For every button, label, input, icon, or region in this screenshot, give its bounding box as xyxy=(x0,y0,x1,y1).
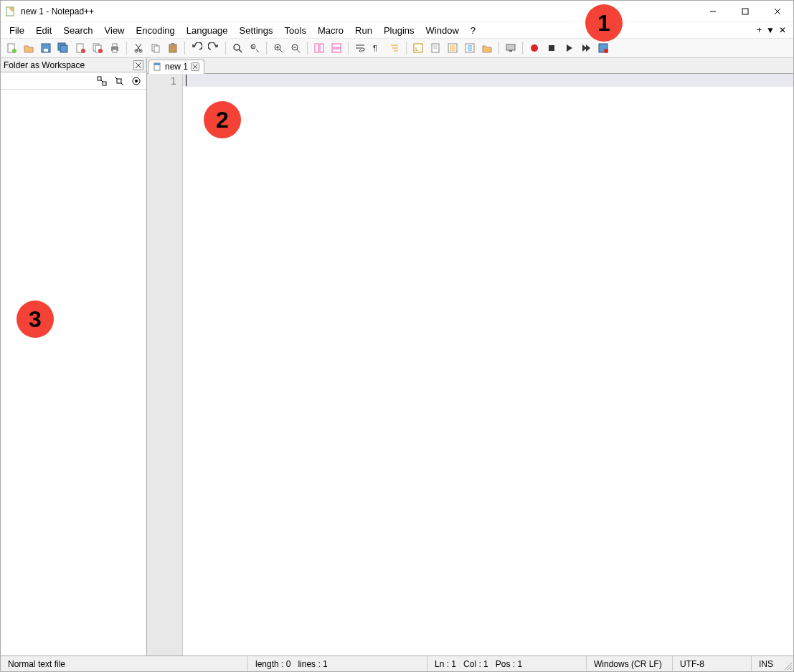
save-macro-button[interactable] xyxy=(595,40,611,56)
tab-new-1[interactable]: new 1 xyxy=(148,60,204,74)
svg-rect-38 xyxy=(332,44,341,47)
lang-udl-button[interactable]: L xyxy=(410,40,426,56)
record-macro-button[interactable] xyxy=(526,40,542,56)
menu-settings[interactable]: Settings xyxy=(234,24,279,37)
menu-tools[interactable]: Tools xyxy=(279,24,312,37)
redo-button[interactable] xyxy=(206,40,222,56)
statusbar: Normal text file length : 0 lines : 1 Ln… xyxy=(1,656,793,671)
zoom-out-button[interactable] xyxy=(288,40,303,56)
sidebar-title: Folder as Workspace xyxy=(4,60,85,70)
play-multi-button[interactable] xyxy=(578,40,594,56)
toolbar-separator xyxy=(266,42,267,55)
new-file-icon xyxy=(6,42,17,54)
collapse-all-icon[interactable] xyxy=(113,75,125,87)
menu-encoding[interactable]: Encoding xyxy=(131,24,181,37)
menu-language[interactable]: Language xyxy=(181,24,234,37)
sidebar-tree[interactable] xyxy=(1,90,146,656)
new-file-button[interactable] xyxy=(4,40,19,56)
svg-line-73 xyxy=(790,668,792,670)
svg-rect-18 xyxy=(113,49,117,52)
func-list-button[interactable] xyxy=(462,40,478,56)
new-tab-plus-icon[interactable]: + xyxy=(757,25,762,35)
status-encoding[interactable]: UTF-8 xyxy=(673,656,752,671)
menu-run[interactable]: Run xyxy=(349,24,378,37)
svg-rect-64 xyxy=(117,79,121,83)
wordwrap-button[interactable] xyxy=(352,40,368,56)
play-macro-button[interactable] xyxy=(561,40,577,56)
editor-pane: 1 xyxy=(147,74,793,656)
close-window-button[interactable] xyxy=(761,1,793,22)
menu-plugins[interactable]: Plugins xyxy=(378,24,420,37)
doc-map-button[interactable] xyxy=(427,40,443,56)
save-all-icon xyxy=(57,42,69,54)
menu-search[interactable]: Search xyxy=(57,24,98,37)
tab-close-button[interactable] xyxy=(191,62,199,71)
doc-list-button[interactable] xyxy=(445,40,460,56)
svg-rect-55 xyxy=(509,50,512,52)
toolbar-separator xyxy=(225,42,226,55)
titlebar: new 1 - Notepad++ xyxy=(1,1,793,22)
tab-label: new 1 xyxy=(165,62,188,72)
svg-rect-23 xyxy=(169,44,176,52)
redo-icon xyxy=(208,42,219,54)
status-length: length : 0 xyxy=(255,659,290,669)
all-chars-button[interactable]: ¶ xyxy=(369,40,385,56)
sidebar-header: Folder as Workspace xyxy=(1,58,146,72)
annotation-2: 2 xyxy=(204,101,241,138)
menu-macro[interactable]: Macro xyxy=(312,24,349,37)
save-button[interactable] xyxy=(38,40,54,56)
maximize-button[interactable] xyxy=(729,1,761,22)
tab-close-icon[interactable]: ✕ xyxy=(779,25,786,35)
save-icon xyxy=(40,42,52,54)
sidebar-close-button[interactable] xyxy=(133,60,143,70)
cut-icon xyxy=(133,42,144,54)
indent-guide-icon xyxy=(389,42,400,54)
tabstrip: new 1 xyxy=(147,58,793,74)
save-all-button[interactable] xyxy=(55,40,71,56)
status-eol[interactable]: Windows (CR LF) xyxy=(587,656,673,671)
sync-h-button[interactable] xyxy=(329,40,344,56)
svg-rect-68 xyxy=(154,63,160,65)
svg-point-56 xyxy=(531,44,538,52)
tab-dropdown-icon[interactable]: ▼ xyxy=(766,25,775,35)
copy-button[interactable] xyxy=(148,40,164,56)
folder-ws-icon xyxy=(481,42,493,54)
svg-rect-36 xyxy=(315,44,318,52)
menu-edit[interactable]: Edit xyxy=(30,24,57,37)
menu-help[interactable]: ? xyxy=(465,24,481,37)
wordwrap-icon xyxy=(354,42,366,54)
locate-file-icon[interactable] xyxy=(131,75,142,87)
resize-grip[interactable] xyxy=(780,656,793,671)
find-button[interactable] xyxy=(230,40,245,56)
svg-point-12 xyxy=(81,49,85,53)
text-editor[interactable] xyxy=(183,74,793,656)
print-button[interactable] xyxy=(107,40,123,56)
indent-guide-button[interactable] xyxy=(387,40,402,56)
cut-button[interactable] xyxy=(131,40,146,56)
svg-rect-63 xyxy=(103,82,106,85)
svg-text:L: L xyxy=(415,46,419,52)
close-button[interactable] xyxy=(72,40,88,56)
open-file-button[interactable] xyxy=(21,40,37,56)
minimize-button[interactable] xyxy=(696,1,729,22)
undo-button[interactable] xyxy=(189,40,204,56)
window-title: new 1 - Notepad++ xyxy=(21,6,94,16)
zoom-in-button[interactable] xyxy=(270,40,286,56)
zoom-in-icon xyxy=(273,42,284,54)
monitor-button[interactable] xyxy=(503,40,519,56)
paste-icon xyxy=(167,42,179,54)
copy-icon xyxy=(150,42,161,54)
sync-v-button[interactable] xyxy=(311,40,327,56)
menu-view[interactable]: View xyxy=(99,24,131,37)
expand-all-icon[interactable] xyxy=(96,75,108,87)
stop-macro-button[interactable] xyxy=(544,40,559,56)
close-all-button[interactable] xyxy=(90,40,105,56)
folder-ws-button[interactable] xyxy=(479,40,495,56)
menu-window[interactable]: Window xyxy=(420,24,465,37)
toolbar-separator xyxy=(126,42,127,55)
replace-button[interactable]: A xyxy=(247,40,263,56)
toolbar-separator xyxy=(406,42,407,55)
menu-file[interactable]: File xyxy=(4,24,30,37)
paste-button[interactable] xyxy=(165,40,181,56)
status-ins[interactable]: INS xyxy=(752,656,780,671)
